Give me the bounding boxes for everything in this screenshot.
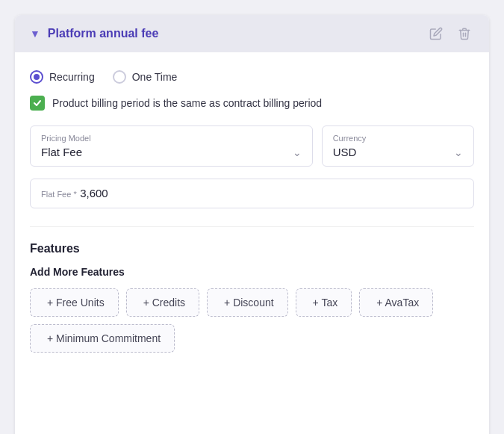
edit-button[interactable]	[426, 25, 446, 42]
pricing-model-value-row: Flat Fee ⌄	[41, 146, 302, 158]
pricing-model-label: Pricing Model	[41, 134, 302, 143]
add-discount-button[interactable]: + Discount	[207, 288, 288, 317]
discount-label: + Discount	[224, 297, 274, 309]
currency-value-row: USD ⌄	[333, 146, 463, 158]
divider	[30, 226, 474, 227]
add-minimum-commitment-button[interactable]: + Minimum Commitment	[30, 324, 175, 353]
billing-period-checkbox[interactable]	[30, 96, 45, 111]
platform-fee-card: ▼ Platform annual fee	[15, 15, 489, 434]
card-title: Platform annual fee	[48, 27, 158, 40]
add-credits-button[interactable]: + Credits	[126, 288, 199, 317]
features-grid: + Free Units + Credits + Discount + Tax …	[30, 288, 474, 353]
add-tax-button[interactable]: + Tax	[296, 288, 352, 317]
billing-type-group: Recurring One Time	[30, 70, 474, 84]
pricing-model-chevron-icon: ⌄	[293, 146, 302, 158]
chevron-down-icon: ▼	[30, 28, 40, 40]
header-actions	[426, 25, 474, 42]
currency-value: USD	[333, 146, 357, 158]
recurring-option[interactable]: Recurring	[30, 70, 95, 84]
add-free-units-button[interactable]: + Free Units	[30, 288, 119, 317]
delete-button[interactable]	[455, 25, 474, 42]
one-time-radio[interactable]	[113, 70, 126, 84]
card-body: Recurring One Time Product billing perio…	[15, 52, 489, 368]
card-header: ▼ Platform annual fee	[15, 15, 489, 52]
features-title: Features	[30, 242, 474, 255]
recurring-radio[interactable]	[30, 70, 43, 84]
flat-fee-value: 3,600	[80, 187, 108, 199]
flat-fee-field[interactable]: Flat Fee * 3,600	[30, 179, 474, 208]
add-avatax-button[interactable]: + AvaTax	[359, 288, 433, 317]
currency-select[interactable]: Currency USD ⌄	[322, 125, 474, 167]
header-left: ▼ Platform annual fee	[30, 27, 158, 40]
pricing-model-select[interactable]: Pricing Model Flat Fee ⌄	[30, 125, 313, 167]
free-units-label: + Free Units	[47, 297, 105, 309]
recurring-label: Recurring	[49, 71, 95, 83]
selects-row: Pricing Model Flat Fee ⌄ Currency USD ⌄	[30, 125, 474, 167]
tax-label: + Tax	[313, 297, 338, 309]
billing-period-label: Product billing period is the same as co…	[52, 97, 322, 109]
currency-label: Currency	[333, 134, 463, 143]
avatax-label: + AvaTax	[376, 297, 419, 309]
flat-fee-label: Flat Fee *	[41, 190, 77, 199]
minimum-commitment-label: + Minimum Commitment	[47, 332, 161, 344]
credits-label: + Credits	[143, 297, 185, 309]
currency-chevron-icon: ⌄	[454, 146, 463, 158]
pricing-model-value: Flat Fee	[41, 146, 82, 158]
billing-period-row: Product billing period is the same as co…	[30, 96, 474, 111]
one-time-option[interactable]: One Time	[113, 70, 178, 84]
one-time-label: One Time	[132, 71, 178, 83]
add-more-title: Add More Features	[30, 266, 474, 278]
